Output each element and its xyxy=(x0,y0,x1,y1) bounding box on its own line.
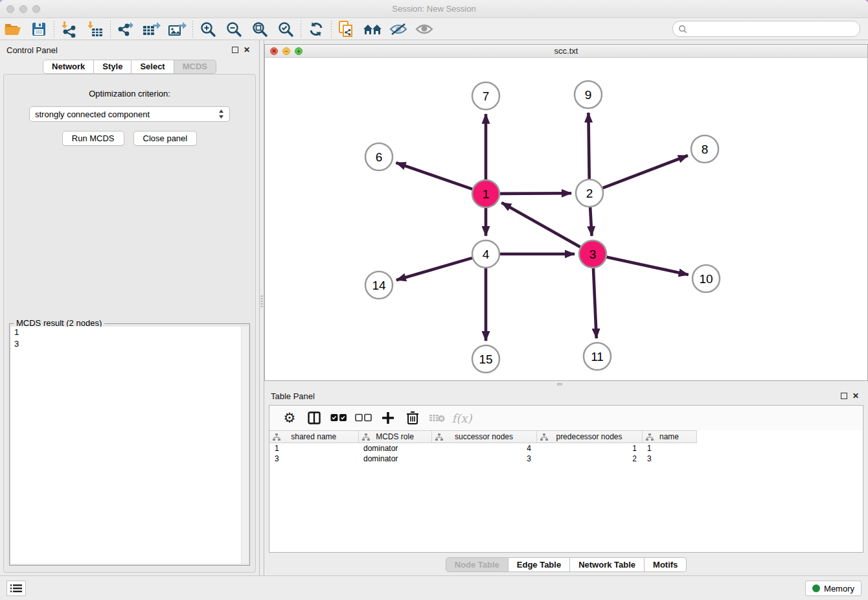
graph-node-7[interactable]: 7 xyxy=(472,82,499,110)
table-cell[interactable]: dominator xyxy=(358,443,431,454)
graph-edge-2-8[interactable] xyxy=(603,156,688,188)
splitter-handle[interactable] xyxy=(260,295,263,307)
graph-node-11[interactable]: 11 xyxy=(584,343,611,370)
graph-node-10[interactable]: 10 xyxy=(692,265,720,292)
graph-node-1[interactable]: 1 xyxy=(472,180,499,207)
memory-status-icon xyxy=(812,584,820,592)
column-header[interactable]: MCDS role xyxy=(358,431,431,443)
vertical-splitter[interactable] xyxy=(259,40,264,575)
open-session-icon[interactable] xyxy=(0,19,26,39)
graph-node-3[interactable]: 3 xyxy=(579,240,606,268)
close-panel-button[interactable]: Close panel xyxy=(133,131,198,146)
search-input[interactable] xyxy=(691,25,860,34)
graph-edge-1-6[interactable] xyxy=(396,163,472,189)
graph-node-2[interactable]: 2 xyxy=(576,179,603,207)
graph-edge-2-3[interactable] xyxy=(590,207,591,236)
table-cell[interactable]: 2 xyxy=(536,454,642,464)
column-header[interactable]: successor nodes xyxy=(431,431,536,443)
memory-button[interactable]: Memory xyxy=(805,581,862,596)
import-network-icon[interactable] xyxy=(56,19,82,39)
column-header[interactable]: predecessor nodes xyxy=(536,431,642,443)
minimize-network-icon[interactable]: − xyxy=(282,47,290,55)
table-cell[interactable]: 1 xyxy=(642,443,696,454)
close-panel-icon[interactable]: ✕ xyxy=(850,390,862,402)
graph-edge-3-11[interactable] xyxy=(593,268,597,338)
graph-edge-4-14[interactable] xyxy=(396,258,472,280)
network-canvas[interactable]: 7968124314101511 xyxy=(265,58,867,380)
export-image-icon[interactable] xyxy=(165,19,190,39)
graph-edge-2-9[interactable] xyxy=(588,113,589,179)
tab-edge-table[interactable]: Edge Table xyxy=(508,557,570,572)
status-menu-button[interactable] xyxy=(6,581,26,596)
tab-network[interactable]: Network xyxy=(43,60,94,74)
svg-text:6: 6 xyxy=(376,150,383,164)
zoom-fit-icon[interactable] xyxy=(247,19,273,39)
graph-node-4[interactable]: 4 xyxy=(472,240,499,268)
maximize-network-icon[interactable]: ＋ xyxy=(295,47,303,55)
tab-select[interactable]: Select xyxy=(131,60,174,74)
delete-table-icon[interactable] xyxy=(426,408,448,428)
zoom-out-icon[interactable] xyxy=(221,19,247,39)
criterion-dropdown[interactable]: strongly connected component xyxy=(29,106,230,122)
column-header-label: predecessor nodes xyxy=(556,432,622,441)
function-builder-icon[interactable]: f(x) xyxy=(451,408,473,428)
import-table-icon[interactable] xyxy=(82,19,108,39)
graph-node-6[interactable]: 6 xyxy=(365,143,393,170)
mcds-result-item[interactable]: 3 xyxy=(11,338,248,350)
clone-network-icon[interactable] xyxy=(334,19,360,39)
table-row[interactable]: 1dominator411 xyxy=(269,443,863,454)
tab-style[interactable]: Style xyxy=(94,60,131,74)
delete-column-icon[interactable] xyxy=(402,408,424,428)
refresh-icon[interactable] xyxy=(303,19,329,39)
column-header[interactable]: name xyxy=(642,431,696,443)
float-panel-icon[interactable] xyxy=(229,44,241,56)
run-mcds-button[interactable]: Run MCDS xyxy=(62,131,124,146)
column-header[interactable]: shared name xyxy=(269,431,358,443)
tab-node-table[interactable]: Node Table xyxy=(446,557,508,572)
network-window-title: scc.txt xyxy=(265,46,867,56)
splitter-handle[interactable] xyxy=(557,383,562,386)
graph-edge-3-10[interactable] xyxy=(606,257,688,275)
close-panel-icon[interactable]: ✕ xyxy=(241,44,253,56)
graph-edge-3-1[interactable] xyxy=(501,203,580,247)
table-row[interactable]: 3dominator323 xyxy=(269,454,863,464)
hide-selected-icon[interactable] xyxy=(385,19,411,39)
select-all-checkboxes-icon[interactable] xyxy=(328,408,350,428)
export-network-icon[interactable] xyxy=(113,19,139,39)
table-cell[interactable]: 3 xyxy=(431,454,536,464)
zoom-in-icon[interactable] xyxy=(195,19,221,39)
gear-icon[interactable]: ⚙ xyxy=(279,408,301,428)
show-all-icon[interactable] xyxy=(411,19,437,39)
table-cell[interactable]: 4 xyxy=(431,443,536,454)
add-column-icon[interactable] xyxy=(377,408,399,428)
graph-node-15[interactable]: 15 xyxy=(472,345,499,373)
graph-node-8[interactable]: 8 xyxy=(691,135,718,163)
tab-network-table[interactable]: Network Table xyxy=(570,557,645,572)
table-cell[interactable]: dominator xyxy=(358,454,431,464)
save-session-icon[interactable] xyxy=(26,19,52,39)
export-table-icon[interactable] xyxy=(139,19,165,39)
horizontal-splitter[interactable] xyxy=(264,381,868,387)
zoom-selected-icon[interactable] xyxy=(273,19,299,39)
float-panel-icon[interactable] xyxy=(838,390,850,402)
table-cell[interactable]: 3 xyxy=(269,454,358,464)
mcds-result-list[interactable]: 13 xyxy=(11,327,248,564)
first-neighbors-icon[interactable] xyxy=(360,19,385,39)
table-cell[interactable]: 1 xyxy=(536,443,642,454)
chevron-up-down-icon xyxy=(218,110,224,119)
tab-mcds[interactable]: MCDS xyxy=(174,60,216,74)
tab-motifs[interactable]: Motifs xyxy=(645,557,687,572)
split-columns-icon[interactable] xyxy=(303,408,325,428)
graph-edge-1-2[interactable] xyxy=(500,193,571,194)
graph-node-9[interactable]: 9 xyxy=(575,81,602,108)
network-window-titlebar[interactable]: ✕ − ＋ scc.txt xyxy=(265,45,867,58)
table-cell[interactable]: 1 xyxy=(269,443,358,454)
graph-node-14[interactable]: 14 xyxy=(365,271,393,299)
close-network-icon[interactable]: ✕ xyxy=(270,47,278,55)
deselect-all-checkboxes-icon[interactable] xyxy=(352,408,374,428)
search-box[interactable] xyxy=(672,21,860,37)
table-cell[interactable]: 3 xyxy=(642,454,696,464)
mcds-result-item[interactable]: 1 xyxy=(11,327,248,338)
application-window: Session: New Session xyxy=(0,0,868,600)
scrollbar-track[interactable] xyxy=(241,327,248,564)
